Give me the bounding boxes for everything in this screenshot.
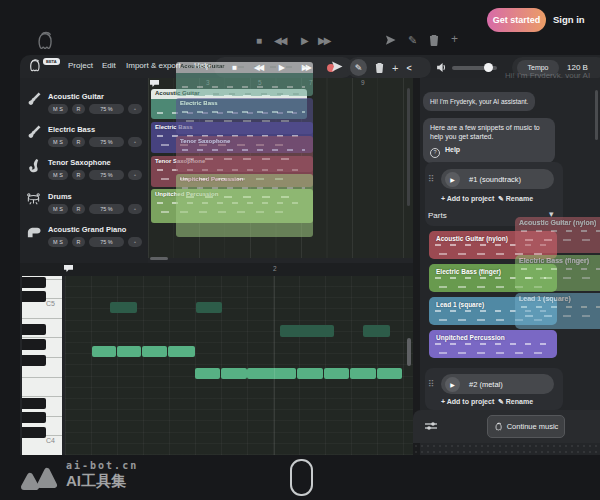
playhead-marker-icon[interactable]: [149, 79, 160, 88]
snippet-2-player[interactable]: ▶ #2 (metal): [441, 374, 554, 394]
guitar-icon: [26, 92, 41, 107]
bg-trash-icon[interactable]: [429, 34, 439, 46]
track-row-electric-bass[interactable]: Electric Bass M S R 75 % ◦: [20, 123, 148, 155]
track-row-drums[interactable]: Drums M S R 75 % ◦: [20, 190, 148, 222]
ruler-bar-9: 9: [361, 79, 365, 86]
arrangement-h-scrollbar[interactable]: [150, 257, 168, 260]
black-key[interactable]: [22, 355, 46, 366]
drag-handle-icon[interactable]: ⠿: [428, 380, 435, 389]
add-to-project-button[interactable]: + Add to project: [441, 195, 494, 202]
menu-import-export[interactable]: Import & export: [126, 61, 181, 70]
piano-roll-grid[interactable]: [65, 276, 413, 455]
help-link[interactable]: ? Help: [430, 145, 548, 158]
track-volume[interactable]: 75 %: [89, 204, 124, 214]
piano-note[interactable]: [297, 368, 323, 379]
black-key[interactable]: [22, 324, 46, 335]
track-options-button[interactable]: ◦: [128, 204, 142, 214]
add-tool-button[interactable]: +: [392, 62, 398, 74]
track-name: Electric Bass: [48, 125, 95, 134]
ghost-clip-header: Acoustic Guitar: [176, 62, 313, 73]
delete-tool-button[interactable]: [375, 62, 384, 73]
bg-stop-icon[interactable]: ■: [256, 35, 262, 47]
track-options-button[interactable]: ◦: [128, 237, 142, 247]
record-arm-button[interactable]: R: [72, 104, 85, 114]
mute-solo-buttons[interactable]: M S: [48, 170, 68, 180]
mute-solo-buttons[interactable]: M S: [48, 237, 68, 247]
piano-note[interactable]: [196, 302, 222, 313]
mute-solo-buttons[interactable]: M S: [48, 137, 68, 147]
piano-note[interactable]: [247, 368, 296, 379]
bg-fast-forward-icon[interactable]: ▶▶: [318, 35, 329, 47]
get-started-button[interactable]: Get started: [487, 8, 546, 32]
rename-button[interactable]: ✎ Rename: [498, 195, 533, 203]
piano-note[interactable]: [195, 368, 220, 379]
piano-note[interactable]: [363, 325, 390, 337]
settings-sliders-icon[interactable]: [424, 420, 438, 432]
menu-edit[interactable]: Edit: [102, 61, 116, 70]
track-options-button[interactable]: ◦: [128, 170, 142, 180]
ghost-clip-label: Unpitched Percussion: [180, 176, 243, 182]
menu-project[interactable]: Project: [68, 61, 93, 70]
snippet-1-player[interactable]: ▶ #1 (soundtrack): [441, 169, 554, 189]
volume-slider-knob[interactable]: [484, 63, 493, 72]
part-card-unpitched-percussion[interactable]: Unpitched Percussion: [429, 330, 557, 358]
black-key[interactable]: [22, 291, 46, 302]
track-volume[interactable]: 75 %: [89, 170, 124, 180]
record-arm-button[interactable]: R: [72, 204, 85, 214]
black-key[interactable]: [22, 398, 46, 409]
record-arm-button[interactable]: R: [72, 170, 85, 180]
add-to-project-button[interactable]: + Add to project: [441, 398, 494, 405]
continue-music-button[interactable]: Continue music: [487, 415, 565, 438]
add-to-project-label: Add to project: [447, 398, 494, 405]
watermark-caption: AI工具集: [66, 472, 126, 491]
black-key[interactable]: [22, 412, 46, 423]
track-options-button[interactable]: ◦: [128, 104, 142, 114]
track-row-acoustic-grand-piano[interactable]: Acoustic Grand Piano M S R 75 % ◦: [20, 223, 148, 255]
share-tool-button[interactable]: <: [406, 63, 411, 73]
piano-note[interactable]: [350, 368, 376, 379]
volume-icon[interactable]: [436, 62, 447, 73]
track-volume[interactable]: 75 %: [89, 137, 124, 147]
mute-solo-buttons[interactable]: M S: [48, 204, 68, 214]
drag-handle-icon[interactable]: ⠿: [428, 175, 435, 184]
piano-roll-bar-2: 2: [273, 265, 277, 272]
parts-section-label: Parts: [428, 211, 447, 220]
piano-roll-v-scrollbar[interactable]: [407, 338, 411, 366]
bg-add-icon[interactable]: +: [451, 33, 458, 45]
black-key[interactable]: [22, 339, 46, 350]
piano-roll-ruler[interactable]: [20, 263, 413, 276]
piano-note[interactable]: [110, 302, 137, 313]
track-volume[interactable]: 75 %: [89, 104, 124, 114]
rename-button[interactable]: ✎ Rename: [498, 398, 533, 406]
black-key[interactable]: [22, 277, 46, 288]
play-icon[interactable]: ▶: [445, 377, 460, 392]
piano-note[interactable]: [117, 346, 141, 357]
track-options-button[interactable]: ◦: [128, 137, 142, 147]
cursor-tool-icon[interactable]: [331, 61, 343, 73]
piano-note[interactable]: [377, 368, 402, 379]
sign-in-link[interactable]: Sign in: [553, 14, 585, 25]
piano-note[interactable]: [280, 325, 334, 337]
play-icon[interactable]: ▶: [445, 172, 460, 187]
piano-note[interactable]: [221, 368, 247, 379]
mute-solo-buttons[interactable]: M S: [48, 104, 68, 114]
piano-roll-playhead-icon[interactable]: [63, 264, 74, 273]
arrangement-v-scrollbar[interactable]: [407, 88, 410, 206]
snippet-2-card[interactable]: ⠿ ▶ #2 (metal) + Add to project ✎ Rename: [425, 368, 563, 410]
piano-note[interactable]: [92, 346, 116, 357]
track-row-acoustic-guitar[interactable]: Acoustic Guitar M S R 75 % ◦: [20, 90, 148, 122]
piano-note[interactable]: [168, 346, 195, 357]
track-volume[interactable]: 75 %: [89, 237, 124, 247]
piano-note[interactable]: [324, 368, 349, 379]
piano-note[interactable]: [142, 346, 167, 357]
pencil-tool-button[interactable]: ✎: [350, 59, 367, 76]
record-arm-button[interactable]: R: [72, 137, 85, 147]
track-row-tenor-saxophone[interactable]: Tenor Saxophone M S R 75 % ◦: [20, 156, 148, 188]
bg-cursor-icon[interactable]: [385, 35, 396, 46]
black-key[interactable]: [22, 427, 46, 438]
assistant-scrollbar[interactable]: [595, 90, 598, 140]
bg-rewind-icon[interactable]: ◀◀: [274, 35, 285, 47]
bg-play-icon[interactable]: ▶: [301, 35, 309, 47]
record-arm-button[interactable]: R: [72, 237, 85, 247]
bg-pencil-icon[interactable]: ✎: [408, 34, 417, 46]
